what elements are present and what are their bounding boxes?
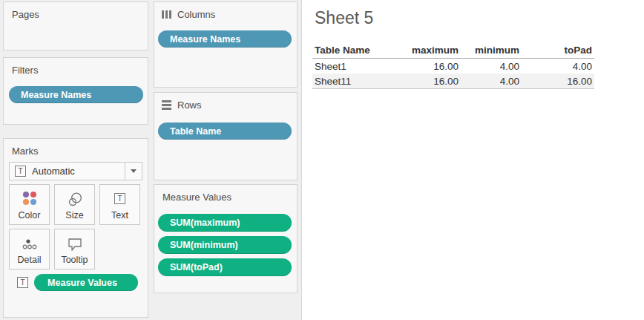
marks-card-title: Marks — [12, 146, 148, 157]
text-button[interactable]: T Text — [99, 184, 140, 225]
pages-shelf-title: Pages — [12, 9, 148, 20]
color-icon — [10, 192, 49, 205]
cell-value[interactable]: 16.00 — [401, 59, 461, 74]
cell-value[interactable]: 4.00 — [461, 59, 522, 74]
measure-values-card[interactable]: Measure Values SUM(maximum) SUM(minimum)… — [154, 184, 298, 293]
columns-pill-measure-names[interactable]: Measure Names — [158, 30, 292, 48]
size-icon — [55, 192, 94, 208]
filters-shelf[interactable]: Filters Measure Names — [3, 57, 148, 125]
sheet-title[interactable]: Sheet 5 — [315, 8, 373, 28]
size-button-label: Size — [65, 210, 83, 221]
size-button[interactable]: Size — [54, 184, 95, 225]
pill-label: SUM(minimum) — [170, 240, 238, 250]
column-header-maximum[interactable]: maximum — [401, 42, 461, 59]
pill-label: Measure Names — [170, 34, 240, 45]
cell-value[interactable]: 16.00 — [401, 74, 461, 89]
filters-shelf-title: Filters — [12, 65, 148, 76]
chevron-down-icon — [131, 169, 137, 173]
table-row: Sheet11 16.00 4.00 16.00 — [312, 74, 594, 89]
pill-label: Measure Values — [47, 278, 117, 288]
column-header-topad[interactable]: toPad — [522, 42, 594, 59]
columns-shelf-title: Columns — [177, 9, 215, 20]
measure-values-pill-sum-topad[interactable]: SUM(toPad) — [158, 258, 292, 276]
pill-label: SUM(maximum) — [170, 218, 240, 228]
rows-pill-table-name[interactable]: Table Name — [158, 123, 292, 140]
columns-shelf[interactable]: Columns Measure Names — [154, 1, 298, 88]
tooltip-button-label: Tooltip — [61, 255, 88, 265]
column-header-table-name[interactable]: Table Name — [312, 42, 401, 59]
table-header-row: Table Name maximum minimum toPad — [312, 42, 594, 59]
worksheet-view: Sheet 5 Table Name maximum minimum toPad… — [301, 0, 644, 320]
measure-values-title: Measure Values — [162, 192, 297, 203]
pill-label: SUM(toPad) — [170, 262, 223, 272]
rows-shelf-title: Rows — [177, 99, 202, 111]
measure-values-pill-sum-maximum[interactable]: SUM(maximum) — [158, 214, 292, 232]
mark-type-dropdown[interactable]: T Automatic — [9, 162, 142, 180]
pill-label: Table Name — [170, 126, 221, 137]
table-row: Sheet1 16.00 4.00 4.00 — [312, 59, 594, 74]
text-mark-icon: T — [17, 277, 28, 288]
rows-shelf[interactable]: Rows Table Name — [154, 92, 298, 180]
marks-card: Marks T Automatic Color — [3, 138, 148, 318]
row-header-sheet11[interactable]: Sheet11 — [312, 74, 401, 89]
mark-type-dropdown-arrow[interactable] — [125, 163, 142, 180]
detail-button-label: Detail — [18, 255, 42, 265]
cell-value[interactable]: 4.00 — [461, 74, 522, 89]
tooltip-button[interactable]: Tooltip — [54, 229, 95, 270]
text-table: Table Name maximum minimum toPad Sheet1 … — [312, 42, 594, 89]
color-button-label: Color — [19, 210, 41, 221]
tableau-worksheet-window: Pages Filters Measure Names Marks T Auto… — [0, 0, 644, 320]
pill-label: Measure Names — [21, 90, 91, 100]
tooltip-icon — [55, 236, 94, 252]
text-mark-icon: T — [15, 166, 26, 177]
measure-values-pill-sum-minimum[interactable]: SUM(minimum) — [158, 236, 292, 254]
pages-shelf[interactable]: Pages — [3, 1, 148, 50]
text-icon: T — [100, 193, 139, 204]
rows-icon — [162, 100, 171, 110]
cell-value[interactable]: 16.00 — [522, 74, 594, 89]
marks-pill-measure-values[interactable]: Measure Values — [34, 274, 138, 291]
filter-pill-measure-names[interactable]: Measure Names — [9, 86, 143, 103]
column-header-minimum[interactable]: minimum — [461, 42, 522, 59]
row-header-sheet1[interactable]: Sheet1 — [312, 59, 401, 74]
columns-icon — [162, 10, 171, 19]
cell-value[interactable]: 4.00 — [522, 59, 594, 74]
detail-button[interactable]: Detail — [9, 229, 50, 270]
text-button-label: Text — [111, 210, 128, 221]
color-button[interactable]: Color — [9, 184, 50, 225]
detail-icon — [10, 236, 49, 252]
mark-type-selected: Automatic — [32, 166, 75, 177]
